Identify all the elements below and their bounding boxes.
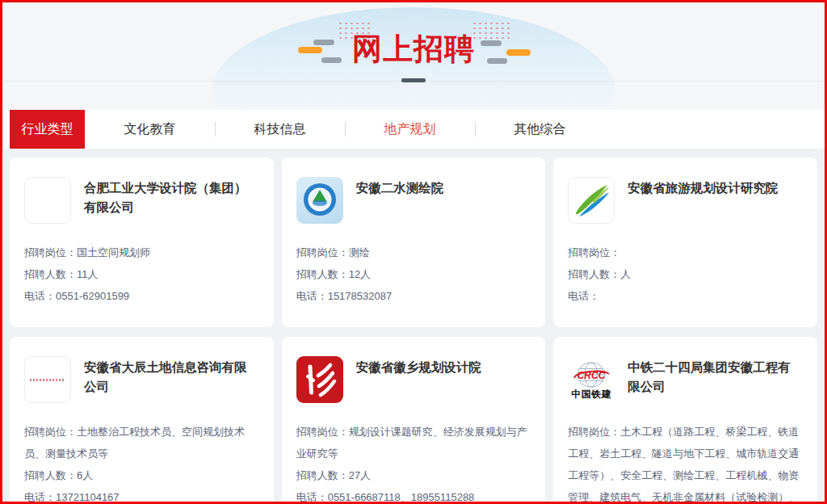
headcount-label: 招聘人数： [24,268,77,280]
huixiang-red-seal-logo [296,356,343,403]
headcount-value: 12人 [349,268,371,280]
headcount-label: 招聘人数： [296,469,349,481]
tab-industry-type[interactable]: 行业类型 [10,110,85,149]
tab-culture-education[interactable]: 文化教育 [85,110,215,149]
position-label: 招聘岗位： [568,426,620,438]
crcc-logo-subtext: 中国铁建 [571,389,611,400]
headcount-value: 人 [620,268,631,280]
position-label: 招聘岗位： [568,246,620,258]
company-name: 安徽省大辰土地信息咨询有限公司 [84,356,259,421]
position-value: 国土空间规划师 [77,246,150,258]
company-card-grid: 合肥工业大学设计院（集团）有限公司 招聘岗位：国土空间规划师 招聘人数：11人 … [10,158,817,502]
phone-label: 电话： [296,290,328,302]
headcount-line: 招聘人数：6人 [24,464,259,486]
company-name: 安徽二水测绘院 [356,177,444,242]
tiny-red-text-line [30,379,65,381]
headcount-value: 11人 [77,268,99,280]
company-name: 合肥工业大学设计院（集团）有限公司 [84,177,259,242]
title-underline-dash [401,78,426,82]
company-name: 安徽省旅游规划设计研究院 [628,177,778,242]
position-line: 招聘岗位：规划设计课题研究、经济发展规划与产业研究等 [296,421,531,464]
surveying-institute-emblem-logo [296,177,343,224]
headcount-line: 招聘人数：11人 [24,263,259,285]
position-label: 招聘岗位： [296,426,349,438]
recruitment-page: 网上招聘 行业类型 文化教育 科技信息 地产规划 其他综合 合肥工业大学设计院（… [0,0,827,504]
tab-other[interactable]: 其他综合 [475,110,605,149]
phone-label: 电话： [24,491,56,502]
phone-value: 0551-66687118、18955115288 [328,491,475,502]
position-line: 招聘岗位： [568,242,803,263]
position-line: 招聘岗位：国土空间规划师 [24,242,259,263]
phone-label: 电话： [568,290,599,302]
position-value: 测绘 [349,246,370,258]
headcount-line: 招聘人数：人 [568,263,803,285]
job-list-area: 合肥工业大学设计院（集团）有限公司 招聘岗位：国土空间规划师 招聘人数：11人 … [2,149,825,502]
phone-line: 电话：13721104167 [24,486,259,502]
company-card[interactable]: 安徽省旅游规划设计研究院 招聘岗位： 招聘人数：人 电话： [553,158,817,327]
phone-line: 电话：0551-66687118、18955115288 [296,486,531,502]
headcount-label: 招聘人数： [24,469,77,481]
position-label: 招聘岗位： [24,426,77,438]
phone-line: 电话： [568,285,803,307]
tab-real-estate-planning[interactable]: 地产规划 [345,110,475,149]
company-card[interactable]: 合肥工业大学设计院（集团）有限公司 招聘岗位：国土空间规划师 招聘人数：11人 … [10,158,274,327]
headcount-label: 招聘人数： [568,268,620,280]
position-line: 招聘岗位：土地整治工程技术员、空间规划技术员、测量技术员等 [24,421,259,464]
blank-company-logo [24,177,71,224]
position-label: 招聘岗位： [24,246,77,258]
crcc-logo-text: CRCC [577,370,606,381]
phone-value: 13721104167 [56,491,120,502]
phone-line: 电话：0551-62901599 [24,285,259,307]
headcount-value: 6人 [77,469,93,481]
page-header: 网上招聘 [2,2,825,110]
company-card[interactable]: 安徽省徽乡规划设计院 招聘岗位：规划设计课题研究、经济发展规划与产业研究等 招聘… [282,337,546,502]
company-name: 中铁二十四局集团安徽工程有限公司 [628,356,803,421]
position-line: 招聘岗位：土木工程（道路工程、桥梁工程、铁道工程、岩土工程、隧道与地下工程、城市… [568,421,803,502]
tourism-institute-swoosh-logo [568,177,615,224]
crcc-logo: CRCC 中国铁建 [568,356,615,403]
phone-label: 电话： [24,290,56,302]
position-line: 招聘岗位：测绘 [296,242,531,263]
company-name: 安徽省徽乡规划设计院 [356,356,481,421]
headcount-line: 招聘人数：27人 [296,464,531,486]
position-label: 招聘岗位： [296,246,349,258]
company-card[interactable]: 安徽二水测绘院 招聘岗位：测绘 招聘人数：12人 电话：15178532087 [282,158,546,327]
phone-value: 15178532087 [328,290,393,302]
dachen-text-logo [24,356,71,403]
phone-label: 电话： [296,491,328,502]
headcount-line: 招聘人数：12人 [296,263,531,285]
headcount-value: 27人 [349,469,371,481]
company-card[interactable]: CRCC 中国铁建 中铁二十四局集团安徽工程有限公司 招聘岗位：土木工程（道路工… [553,337,817,502]
tab-tech-info[interactable]: 科技信息 [215,110,345,149]
phone-value: 0551-62901599 [56,290,129,302]
phone-line: 电话：15178532087 [296,285,531,307]
category-nav: 行业类型 文化教育 科技信息 地产规划 其他综合 [2,110,825,149]
page-title: 网上招聘 [2,29,825,69]
company-card[interactable]: 安徽省大辰土地信息咨询有限公司 招聘岗位：土地整治工程技术员、空间规划技术员、测… [10,337,274,502]
headcount-label: 招聘人数： [296,268,349,280]
